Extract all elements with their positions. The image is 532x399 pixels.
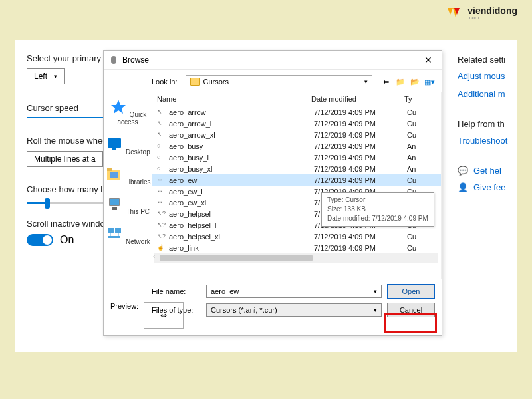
view-menu-icon[interactable]: ▦▾ xyxy=(424,76,435,87)
up-folder-icon[interactable]: 📁 xyxy=(395,76,406,87)
svg-rect-9 xyxy=(110,172,118,178)
file-type: An xyxy=(407,154,441,162)
tooltip-size: Size: 133 KB xyxy=(327,205,428,214)
close-button[interactable]: ✕ xyxy=(420,55,436,65)
filename-input[interactable]: aero_ew ▾ xyxy=(206,285,382,298)
svg-rect-6 xyxy=(112,148,116,150)
file-name: aero_ew_l xyxy=(169,188,314,196)
preview-label: Preview: xyxy=(110,302,138,310)
primary-button-select[interactable]: Left ▾ xyxy=(27,68,65,84)
preview-cursor-icon: ⇔ xyxy=(160,311,167,320)
scroll-inactive-toggle[interactable] xyxy=(27,234,53,246)
file-name: aero_arrow_xl xyxy=(169,131,314,139)
cursor-file-icon: ○ xyxy=(157,154,166,162)
network-label: Network xyxy=(126,238,150,245)
cursor-file-icon: ↖? xyxy=(157,210,166,218)
scrollbar-thumb[interactable] xyxy=(160,255,313,261)
open-button[interactable]: Open xyxy=(387,284,435,299)
feedback-icon: 👤 xyxy=(458,182,468,192)
cancel-button[interactable]: Cancel xyxy=(387,303,435,317)
lookin-dropdown[interactable]: Cursors ▾ xyxy=(186,75,372,88)
adjust-mouse-link[interactable]: Adjust mous xyxy=(458,71,517,81)
filetype-dropdown[interactable]: Cursors (*.ani, *.cur) ▾ xyxy=(206,303,382,317)
file-row[interactable]: ○aero_busy7/12/2019 4:09 PMAn xyxy=(152,140,441,152)
file-name: aero_busy_l xyxy=(169,154,314,162)
file-date: 7/12/2019 4:09 PM xyxy=(314,131,407,139)
tooltip-type: Type: Cursor xyxy=(327,196,428,205)
file-list[interactable]: Name Date modified Ty ↖aero_arrow7/12/20… xyxy=(152,92,442,279)
horizontal-scrollbar[interactable]: ‹ xyxy=(154,253,438,263)
star-icon xyxy=(109,99,128,115)
libraries-place[interactable]: Libraries xyxy=(104,164,152,191)
file-date: 7/12/2019 4:09 PM xyxy=(314,176,407,184)
file-date: 7/12/2019 4:09 PM xyxy=(314,165,407,173)
svg-rect-12 xyxy=(112,207,117,210)
file-date: 7/12/2019 4:09 PM xyxy=(314,233,407,241)
libraries-label: Libraries xyxy=(125,178,150,186)
troubleshoot-link[interactable]: Troubleshoot xyxy=(458,136,517,146)
file-row[interactable]: ○aero_busy_xl7/12/2019 4:09 PMAn xyxy=(152,163,441,174)
file-type: Cu xyxy=(407,120,441,128)
file-date: 7/12/2019 4:09 PM xyxy=(314,154,407,162)
give-feedback-link[interactable]: Give fee xyxy=(473,182,505,192)
thispc-place[interactable]: This PC xyxy=(104,194,152,221)
lookin-value: Cursors xyxy=(203,78,229,86)
primary-button-value: Left xyxy=(34,72,47,81)
new-folder-icon[interactable]: 📂 xyxy=(410,76,420,87)
file-type: An xyxy=(407,142,441,150)
scroll-left-icon[interactable]: ‹ xyxy=(153,253,155,260)
cursor-file-icon: ↖ xyxy=(157,131,166,139)
date-header[interactable]: Date modified xyxy=(311,95,404,103)
svg-rect-5 xyxy=(108,138,121,148)
file-row[interactable]: ↖aero_arrow_xl7/12/2019 4:09 PMCu xyxy=(152,129,441,140)
svg-rect-11 xyxy=(110,199,119,205)
cursor-file-icon: ↖ xyxy=(157,108,166,116)
svg-rect-3 xyxy=(111,56,116,64)
file-name: aero_helpsel xyxy=(169,210,314,218)
cursor-file-icon: ↖? xyxy=(157,221,166,229)
filetype-value: Cursors (*.ani, *.cur) xyxy=(211,306,277,314)
lookin-label: Look in: xyxy=(152,78,178,86)
cursor-file-icon: ○ xyxy=(157,142,166,150)
related-settings-header: Related setti xyxy=(458,55,517,65)
chevron-down-icon: ▾ xyxy=(364,78,368,85)
get-help-link[interactable]: Get hel xyxy=(473,166,501,176)
svg-rect-13 xyxy=(108,228,114,233)
desktop-place[interactable]: Desktop xyxy=(104,134,152,161)
chevron-down-icon: ▾ xyxy=(374,288,377,295)
folder-icon xyxy=(190,78,200,86)
name-header[interactable]: Name xyxy=(152,95,311,103)
svg-rect-14 xyxy=(115,228,121,233)
file-name: aero_busy_xl xyxy=(169,165,314,173)
svg-marker-4 xyxy=(111,100,126,114)
dialog-titlebar[interactable]: Browse ✕ xyxy=(104,51,442,70)
file-date: 7/12/2019 4:09 PM xyxy=(314,244,407,252)
type-header[interactable]: Ty xyxy=(404,95,441,103)
file-type: Cu xyxy=(407,108,441,116)
file-name: aero_arrow_l xyxy=(169,120,314,128)
file-name: aero_link xyxy=(169,244,314,252)
file-row[interactable]: ↖aero_arrow7/12/2019 4:09 PMCu xyxy=(152,106,441,118)
back-icon[interactable]: ⬅ xyxy=(380,76,391,87)
places-bar: Quick access Desktop Libraries This PC N… xyxy=(104,92,152,279)
cursor-file-icon: ↔ xyxy=(157,199,166,207)
network-place[interactable]: Network xyxy=(104,223,152,251)
network-icon xyxy=(105,226,124,242)
file-row[interactable]: ↔aero_ew7/12/2019 4:09 PMCu xyxy=(152,174,441,186)
file-row[interactable]: ↖aero_arrow_l7/12/2019 4:09 PMCu xyxy=(152,118,441,129)
file-row[interactable]: ☝aero_link7/12/2019 4:09 PMCu xyxy=(152,242,441,253)
dialog-title: Browse xyxy=(122,55,420,65)
file-name: aero_arrow xyxy=(169,108,314,116)
quick-access-place[interactable]: Quick access xyxy=(104,96,152,131)
file-type: Cu xyxy=(407,131,441,139)
cursor-file-icon: ↖? xyxy=(157,233,166,241)
file-row[interactable]: ↖?aero_helpsel_xl7/12/2019 4:09 PMCu xyxy=(152,231,441,242)
file-row[interactable]: ○aero_busy_l7/12/2019 4:09 PMAn xyxy=(152,152,441,163)
file-date: 7/12/2019 4:09 PM xyxy=(314,142,407,150)
mouse-wheel-select[interactable]: Multiple lines at a xyxy=(27,151,103,167)
svg-rect-8 xyxy=(107,168,112,171)
additional-mouse-link[interactable]: Additional m xyxy=(458,89,517,99)
filename-label: File name: xyxy=(152,287,201,295)
chevron-down-icon: ▾ xyxy=(54,73,57,80)
column-headers[interactable]: Name Date modified Ty xyxy=(152,92,441,106)
